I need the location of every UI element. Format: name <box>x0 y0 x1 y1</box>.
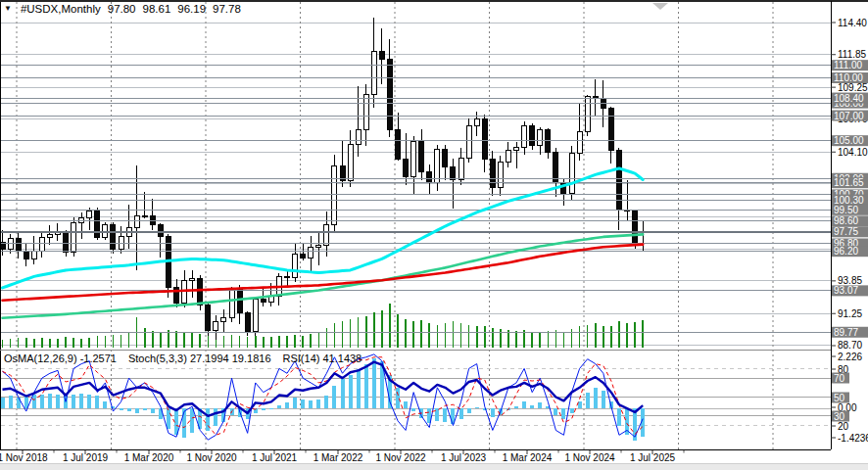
chart-dropdown-icon[interactable]: ▼ <box>4 4 12 14</box>
indicator-pane[interactable] <box>1 351 831 449</box>
chart-title-bar: ▼ #USDX,Monthly 97.80 98.61 96.19 97.78 <box>4 3 241 15</box>
ohlc-low: 96.19 <box>177 3 206 15</box>
chart-canvas: 114.40111.85109.25106.70104.1093.8591.25… <box>0 0 868 470</box>
ohlc-high: 98.61 <box>143 3 171 15</box>
stoch-label: Stoch(5,3,3) 27.1994 19.1816 <box>128 352 271 364</box>
indicator-labels: OsMA(12,26,9) -1.2571 Stoch(5,3,3) 27.19… <box>4 352 362 364</box>
main-chart-area[interactable] <box>1 2 831 350</box>
ohlc-close: 97.78 <box>213 3 241 15</box>
chart-window: 114.40111.85109.25106.70104.1093.8591.25… <box>0 0 868 470</box>
symbol-period-label: #USDX,Monthly <box>21 3 101 15</box>
osma-label: OsMA(12,26,9) -1.2571 <box>4 352 117 364</box>
price-scale[interactable] <box>831 0 868 450</box>
time-scale[interactable] <box>0 449 868 464</box>
ohlc-open: 97.80 <box>108 3 136 15</box>
rsi-label: RSI(14) 41.1438 <box>283 352 362 364</box>
